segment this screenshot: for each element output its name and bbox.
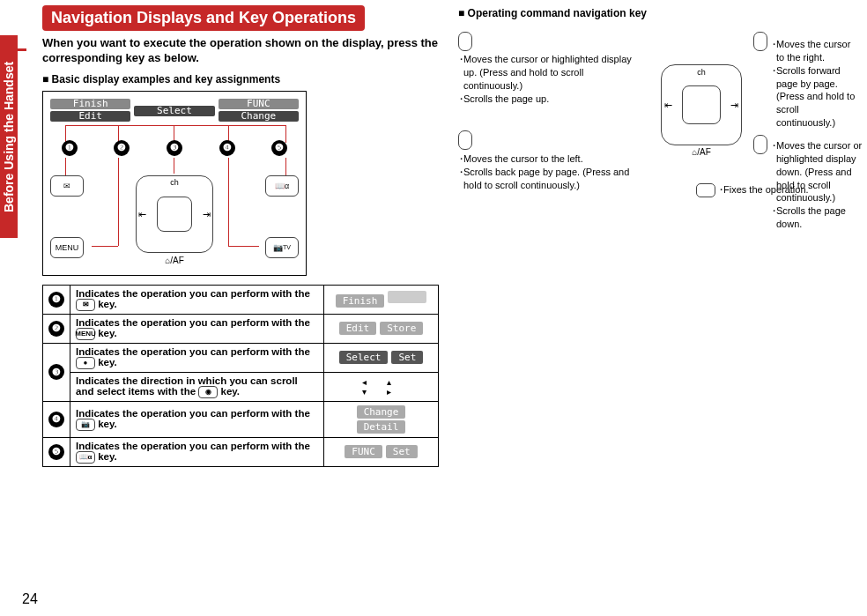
num-1: ❶: [62, 140, 78, 156]
row-num-1: ❶: [48, 292, 64, 308]
note-text: Scrolls back page by page. (Press and ho…: [458, 166, 634, 192]
right-key-icon: [753, 32, 767, 51]
table-row: ❹ Indicates the operation you can perfor…: [43, 401, 439, 437]
row-num-4: ❹: [48, 412, 64, 427]
nav-center-notes: Fixes the operation.: [718, 183, 850, 197]
nav-diagram: ch ⇤ ⇥ ⌂/AF Moves the cursor or highligh…: [458, 25, 855, 210]
num-3: ❸: [167, 140, 182, 156]
number-row: ❶ ❷ ❸ ❹ ❺: [43, 140, 306, 156]
book-key-icon: 📖α: [265, 175, 299, 197]
page-number: 24: [22, 591, 38, 607]
table-row: ❺ Indicates the operation you can perfor…: [43, 437, 439, 466]
dpad-ch-icon: ch: [170, 178, 179, 187]
softkey-finish: Finish: [50, 99, 130, 109]
pill-detail: Detail: [357, 420, 406, 434]
table-row: ❸ Indicates the operation you can perfor…: [43, 343, 439, 372]
side-tab: Before Using the Handset: [0, 35, 18, 238]
camera-key-icon: 📷: [76, 419, 95, 431]
note-text: Fixes the operation.: [718, 183, 850, 197]
num-5: ❺: [271, 140, 287, 156]
note-text: Moves the cursor or highlighted display …: [458, 53, 634, 93]
nav-left-icon: ⇤: [664, 100, 672, 111]
left-column: Navigation Displays and Key Operations W…: [42, 5, 439, 467]
nav-ch-icon: ch: [697, 68, 706, 77]
pill-edit: Edit: [339, 322, 377, 335]
pill-func: FUNC: [345, 445, 382, 458]
pill-select: Select: [339, 351, 389, 364]
dpad: ch ⇤ ⇥ ⌂/AF: [136, 175, 213, 253]
row-num-3: ❸: [48, 364, 64, 380]
subhead-nav: Operating command navigation key: [458, 7, 855, 19]
side-stub: [0, 48, 26, 51]
table-row: Indicates the direction in which you can…: [43, 372, 439, 401]
table-row: ❶ Indicates the operation you can perfor…: [43, 285, 439, 314]
nav-af-label: ⌂/AF: [692, 147, 711, 157]
center-key-icon: [696, 183, 715, 197]
softkey-change: Change: [219, 111, 299, 122]
pill-set: Set: [391, 351, 423, 364]
softkey-func: FUNC: [219, 99, 299, 109]
mail-key-icon: ✉: [50, 175, 84, 197]
pill-change: Change: [357, 405, 406, 419]
table-row: ❷ Indicates the operation you can perfor…: [43, 314, 439, 343]
dpad-key-icon: ◉: [198, 386, 218, 398]
num-4: ❹: [219, 140, 235, 156]
menu-key-icon: MENU: [50, 237, 84, 258]
menu-key-icon: MENU: [76, 328, 95, 340]
pill-blank: [388, 291, 426, 303]
pill-set: Set: [386, 445, 418, 458]
row-desc: Indicates the operation you can perform …: [70, 314, 324, 343]
nav-dpad: ch ⇤ ⇥ ⌂/AF: [661, 64, 742, 145]
nav-up-notes: Moves the cursor or highlighted display …: [458, 53, 634, 105]
tv-key-icon: 📷TV: [265, 237, 299, 258]
nav-right-icon: ⇥: [730, 100, 738, 111]
intro-text: When you want to execute the operation s…: [42, 36, 439, 66]
left-key-icon: [458, 130, 472, 150]
row-desc: Indicates the direction in which you can…: [70, 372, 324, 401]
softkey-select: Select: [134, 106, 214, 116]
subhead-basic: Basic display examples and key assignmen…: [42, 73, 439, 85]
row-num-5: ❺: [48, 444, 64, 460]
arrows-cell: ◂ ▴▾ ▸: [324, 372, 439, 401]
softkey-edit: Edit: [50, 111, 130, 122]
note-text: Scrolls the page up.: [458, 93, 634, 106]
dpad-right-icon: ⇥: [203, 208, 211, 219]
pill-store: Store: [380, 322, 423, 335]
right-column: Operating command navigation key ch ⇤ ⇥ …: [458, 5, 855, 210]
dpad-left-icon: ⇤: [138, 208, 146, 219]
note-text: Moves the cursor to the left.: [458, 152, 634, 166]
nav-right-notes: Moves the cursor to the right. Scrolls f…: [771, 38, 859, 130]
dpad-af-label: ⌂/AF: [165, 256, 184, 265]
pill-finish: Finish: [336, 294, 385, 308]
row-num-2: ❷: [48, 321, 64, 337]
book-key-icon: 📖α: [76, 451, 95, 464]
row-desc: Indicates the operation you can perform …: [70, 285, 324, 314]
num-2: ❷: [114, 140, 130, 156]
up-key-icon: [458, 32, 472, 51]
nav-left-notes: Moves the cursor to the left. Scrolls ba…: [458, 152, 634, 192]
center-key-icon: ●: [76, 357, 95, 369]
page-title: Navigation Displays and Key Operations: [42, 5, 365, 31]
note-text: Scrolls forward page by page. (Press and…: [771, 64, 859, 130]
row-desc: Indicates the operation you can perform …: [70, 437, 324, 466]
mail-key-icon: ✉: [76, 299, 95, 311]
note-text: Moves the cursor to the right.: [771, 38, 859, 64]
row-desc: Indicates the operation you can perform …: [70, 343, 324, 372]
key-table: ❶ Indicates the operation you can perfor…: [42, 285, 439, 467]
note-text: Scrolls the page down.: [771, 204, 867, 231]
key-diagram: Finish Edit Select FUNC Change ❶ ❷ ❸ ❹ ❺: [42, 91, 307, 276]
down-key-icon: [753, 135, 767, 154]
row-desc: Indicates the operation you can perform …: [70, 401, 324, 437]
